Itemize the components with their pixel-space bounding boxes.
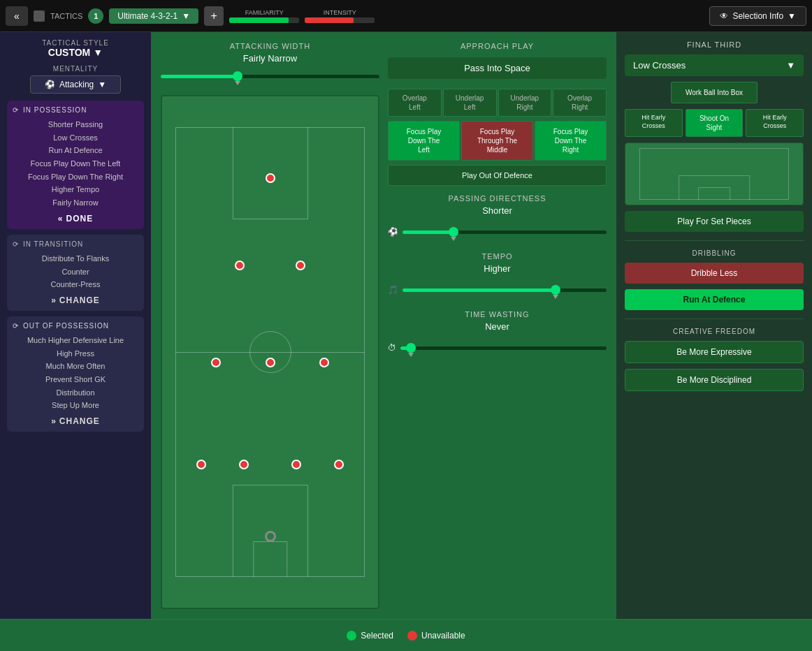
possession-item-5[interactable]: Higher Tempo	[13, 183, 138, 196]
work-ball-btn[interactable]: Work Ball Into Box	[671, 82, 757, 103]
ball-icon: ⚽	[388, 227, 398, 237]
approach-play-value: Pass Into Space	[464, 63, 530, 73]
attacking-width-thumb[interactable]	[233, 71, 242, 81]
final-third-title: FINAL THIRD	[625, 41, 804, 49]
out-possession-item-1[interactable]: High Press	[13, 347, 138, 360]
overlap-grid: OverlapLeft UnderlapLeft UnderlapRight O…	[388, 89, 607, 117]
out-possession-item-5[interactable]: Step Up More	[13, 399, 138, 412]
disciplined-button[interactable]: Be More Disciplined	[625, 369, 804, 391]
player-am1	[235, 261, 245, 270]
expressive-button[interactable]: Be More Expressive	[625, 341, 804, 363]
mentality-button[interactable]: ⚽ Attacking ▼	[30, 75, 121, 94]
possession-item-3[interactable]: Focus Play Down The Left	[13, 157, 138, 170]
transition-change-label: CHANGE	[59, 295, 100, 305]
dribbling-divider	[625, 240, 804, 241]
add-tactic-button[interactable]: +	[204, 6, 224, 26]
tempo-tick	[553, 295, 558, 299]
time-wasting-tick	[408, 353, 414, 357]
intensity-label: INTENSITY	[324, 9, 356, 16]
out-possession-item-3[interactable]: Prevent Short GK	[13, 373, 138, 386]
final-third-dropdown[interactable]: Low Crosses ▼	[625, 54, 804, 76]
player-cb1	[239, 460, 249, 469]
dribbling-title: DRIBBLING	[625, 249, 804, 257]
attacking-width-title: ATTACKING WIDTH	[161, 42, 379, 50]
possession-item-2[interactable]: Run At Defence	[13, 144, 138, 157]
done-label: DONE	[66, 214, 94, 224]
possession-item-1[interactable]: Low Crosses	[13, 131, 138, 145]
bottom-bar: Selected Unavailable	[0, 619, 812, 651]
tactical-style-section: TACTICAL STYLE CUSTOM ▼	[7, 39, 144, 58]
passing-directness-title: PASSING DIRECTNESS	[388, 194, 607, 203]
in-transition-items: Distribute To Flanks Counter Counter-Pre…	[13, 252, 138, 291]
hit-early-crosses-right[interactable]: Hit Early Crosses	[746, 109, 804, 137]
passing-directness-value: Shorter	[388, 205, 607, 216]
unavailable-label: Unavailable	[421, 631, 465, 641]
dribble-less-button[interactable]: Dribble Less	[625, 263, 804, 284]
field-goal-bottom	[253, 541, 287, 577]
focus-play-left[interactable]: Focus PlayDown TheLeft	[388, 121, 460, 161]
out-possession-change-label: CHANGE	[59, 416, 100, 426]
back-button[interactable]: «	[6, 6, 28, 26]
run-at-defence-button[interactable]: Run At Defence	[625, 289, 804, 310]
tempo-title: TEMPO	[388, 252, 607, 261]
out-possession-change-button[interactable]: » CHANGE	[13, 416, 138, 426]
familiarity-block: FAMILIARITY	[229, 9, 299, 23]
time-wasting-thumb[interactable]	[406, 343, 416, 353]
out-possession-item-4[interactable]: Distribution	[13, 386, 138, 400]
eye-icon: 👁	[720, 11, 728, 21]
out-possession-item-2[interactable]: Much More Often	[13, 360, 138, 373]
overlap-left[interactable]: OverlapLeft	[388, 89, 442, 117]
tempo-track	[403, 288, 607, 292]
mentality-icon: ⚽	[45, 80, 55, 89]
main-content: TACTICAL STYLE CUSTOM ▼ MENTALITY ⚽ Atta…	[0, 32, 812, 619]
out-of-possession-items: Much Higher Defensive Line High Press Mu…	[13, 334, 138, 412]
passing-directness-thumb[interactable]	[449, 227, 458, 237]
set-pieces-button[interactable]: Play For Set Pieces	[625, 211, 804, 232]
out-possession-item-0[interactable]: Much Higher Defensive Line	[13, 334, 138, 347]
final-third-field	[625, 142, 804, 205]
time-wasting-title: TIME WASTING	[388, 310, 607, 319]
possession-item-0[interactable]: Shorter Passing	[13, 118, 138, 131]
mentality-section: MENTALITY ⚽ Attacking ▼	[7, 65, 144, 94]
underlap-right[interactable]: UnderlapRight	[498, 89, 552, 117]
player-cb2	[291, 460, 301, 469]
transition-item-0[interactable]: Distribute To Flanks	[13, 252, 138, 265]
done-button[interactable]: « DONE	[13, 214, 138, 224]
overlap-right[interactable]: OverlapRight	[553, 89, 607, 117]
underlap-left[interactable]: UnderlapLeft	[443, 89, 497, 117]
hit-early-crosses-left[interactable]: Hit Early Crosses	[625, 109, 683, 137]
focus-play-right[interactable]: Focus PlayDown TheRight	[535, 121, 607, 161]
final-third-chevron: ▼	[786, 60, 795, 71]
focus-play-middle[interactable]: Focus PlayThrough TheMiddle	[461, 121, 533, 161]
tactical-style-value[interactable]: CUSTOM ▼	[7, 47, 144, 58]
mentality-value: Attacking	[59, 80, 94, 89]
possession-item-6[interactable]: Fairly Narrow	[13, 196, 138, 210]
unavailable-legend: Unavailable	[407, 631, 465, 641]
familiarity-label: FAMILIARITY	[245, 9, 284, 16]
tempo-thumb[interactable]	[551, 285, 560, 295]
in-transition-section: ⟳ IN TRANSITION Distribute To Flanks Cou…	[7, 235, 144, 311]
transition-item-1[interactable]: Counter	[13, 265, 138, 279]
tempo-icon: 🎵	[388, 285, 398, 295]
tempo-fill	[403, 288, 556, 292]
play-out-button[interactable]: Play Out Of Defence	[388, 165, 607, 186]
shoot-on-sight-btn[interactable]: Shoot On Sight	[686, 109, 744, 137]
approach-play-dropdown[interactable]: Pass Into Space	[388, 57, 607, 79]
formation-button[interactable]: Ultimate 4-3-2-1 ▼	[109, 8, 198, 24]
final-third-options-row: Hit Early Crosses Shoot On Sight Hit Ear…	[625, 109, 804, 137]
sidebar: TACTICAL STYLE CUSTOM ▼ MENTALITY ⚽ Atta…	[0, 32, 151, 619]
mentality-label: MENTALITY	[7, 65, 144, 73]
out-of-possession-section: ⟳ OUT OF POSSESSION Much Higher Defensiv…	[7, 316, 144, 432]
attacking-width-value: Fairly Narrow	[161, 53, 379, 64]
focus-play-grid: Focus PlayDown TheLeft Focus PlayThrough…	[388, 121, 607, 161]
intensity-bar	[305, 17, 375, 23]
selection-info-button[interactable]: 👁 Selection Info ▼	[709, 6, 806, 26]
transition-item-2[interactable]: Counter-Press	[13, 278, 138, 291]
approach-play-section: APPROACH PLAY Pass Into Space OverlapLef…	[388, 42, 607, 609]
tempo-value: Higher	[388, 263, 607, 274]
clock-icon: ⏱	[388, 343, 396, 353]
familiarity-fill	[229, 17, 289, 23]
possession-item-4[interactable]: Focus Play Down The Right	[13, 170, 138, 184]
approach-play-title: APPROACH PLAY	[388, 42, 607, 50]
transition-change-button[interactable]: » CHANGE	[13, 295, 138, 305]
